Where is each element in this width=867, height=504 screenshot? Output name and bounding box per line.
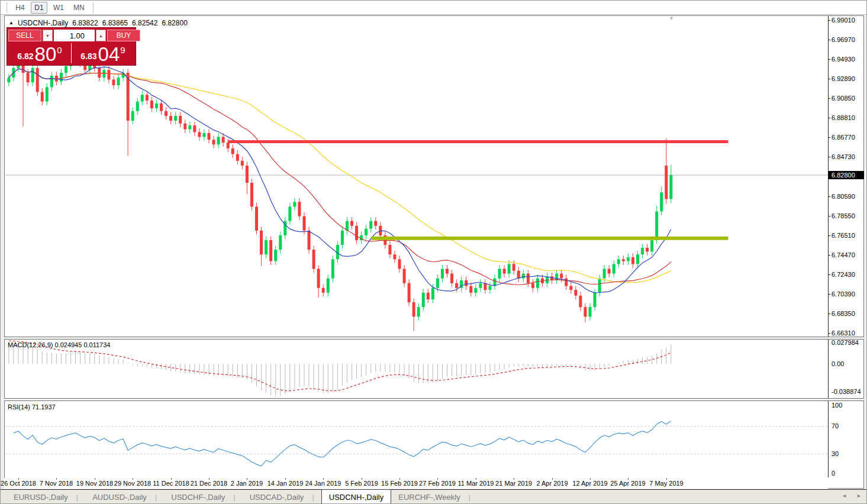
ohlc-close: 6.82800	[162, 19, 187, 27]
sell-button[interactable]: SELL	[8, 30, 41, 41]
main-macd-splitter[interactable]	[4, 337, 864, 340]
timeframe-toolbar: H4 D1 W1 MN	[1, 1, 867, 15]
macd-rsi-splitter[interactable]	[4, 398, 864, 401]
date-axis-label: 21 Mar 2019	[495, 480, 532, 487]
price-axis-label: 6.92890	[831, 75, 855, 82]
price-axis-label: 6.84730	[831, 153, 855, 160]
date-axis-tick	[323, 478, 324, 480]
sell-price-base: 6.82	[17, 51, 33, 61]
tab-label: AUDUSD-,Daily	[92, 493, 147, 502]
timeframe-w1-button[interactable]: W1	[50, 2, 67, 14]
volume-input[interactable]	[54, 30, 95, 41]
mt4-chart-window: { "toolbar": { "timeframes": [ {"label":…	[0, 0, 867, 504]
timeframe-d1-button[interactable]: D1	[31, 2, 47, 14]
date-axis[interactable]: 26 Oct 20187 Nov 201819 Nov 201829 Nov 2…	[4, 478, 828, 489]
date-axis-label: 2 Jan 2019	[231, 480, 263, 487]
macd-axis-max: 0.027984	[831, 339, 859, 346]
price-axis-tick	[828, 216, 830, 217]
date-axis-label: 19 Nov 2018	[76, 480, 113, 487]
symbol-tab-eurchf[interactable]: EURCHF-,Weekly|	[391, 490, 478, 504]
date-axis-label: 26 Oct 2018	[1, 480, 36, 487]
timeframe-h4-button[interactable]: H4	[12, 2, 28, 14]
date-axis-tick	[552, 478, 553, 480]
tab-scroll-left-icon[interactable]: ◄	[842, 493, 847, 499]
tab-separator: |	[312, 493, 314, 502]
price-axis-label: 6.76510	[831, 232, 855, 239]
timeframe-mn-button[interactable]: MN	[70, 2, 88, 14]
tab-separator: |	[469, 493, 470, 502]
date-axis-tick	[171, 478, 172, 480]
price-axis-label: 6.66310	[831, 329, 855, 337]
sell-price-point: 0	[57, 45, 62, 55]
buy-price[interactable]: 6.83 04 9	[72, 42, 134, 64]
chart-canvas[interactable]	[1, 1, 828, 480]
tab-scroll-right-icon[interactable]: ►	[856, 493, 862, 499]
ohlc-low: 6.82542	[132, 19, 157, 27]
date-axis-tick	[285, 478, 286, 480]
tab-label: USDCAD-,Daily	[250, 493, 304, 502]
price-axis-label: 6.86770	[831, 134, 855, 141]
macd-axis-min: -0.038874	[831, 388, 861, 395]
date-axis-tick	[362, 478, 362, 480]
ohlc-open: 6.83822	[72, 19, 98, 27]
date-axis-tick	[56, 478, 57, 480]
date-axis-label: 25 Apr 2019	[610, 480, 645, 487]
tab-separator: |	[155, 493, 157, 502]
date-axis-label: 29 Nov 2018	[114, 480, 151, 487]
price-axis-label: 6.72430	[831, 271, 855, 278]
tab-label: USDCNH-,Daily	[329, 493, 383, 502]
price-axis-tick	[828, 40, 830, 40]
toolbar-divider	[7, 2, 7, 13]
date-axis-label: 15 Feb 2019	[381, 480, 418, 487]
symbol-tab-usdcad[interactable]: USDCAD-,Daily|	[243, 490, 321, 504]
tab-label: EURUSD-,Daily	[14, 493, 68, 502]
price-axis-label: 6.94930	[831, 56, 855, 63]
symbol-tab-usdchf[interactable]: USDCHF-,Daily|	[164, 490, 242, 504]
symbol-tab-eurusd[interactable]: EURUSD-,Daily|	[7, 490, 85, 504]
sell-price[interactable]: 6.82 80 0	[8, 42, 71, 64]
toolbar-divider	[93, 2, 94, 13]
price-axis-label: 6.99010	[831, 17, 855, 24]
rsi-axis-30: 30	[831, 450, 839, 457]
date-axis-label: 11 Mar 2019	[458, 480, 494, 487]
spin-up-icon: ▲	[99, 34, 103, 38]
date-axis-tick	[590, 478, 591, 480]
tab-label: EURCHF-,Weekly	[398, 493, 460, 502]
date-axis-label: 27 Feb 2019	[419, 480, 456, 487]
tab-scroll-controls: ◄ ►	[842, 493, 862, 499]
price-axis-tick	[828, 314, 830, 314]
volume-decrease-button[interactable]: ▼	[43, 30, 53, 41]
buy-price-base: 6.83	[80, 51, 96, 61]
price-axis-label: 6.78550	[831, 212, 855, 219]
price-axis-tick	[828, 118, 830, 118]
chart-shift-marker-icon[interactable]: ▼	[669, 15, 674, 21]
one-click-trading-panel: SELL ▼ ▲ BUY 6.82 80 0 6.83 04 9	[7, 27, 136, 66]
spin-down-icon: ▼	[46, 34, 50, 38]
buy-button[interactable]: BUY	[107, 30, 140, 41]
date-axis-tick	[666, 478, 667, 480]
symbol-tab-usdcnh[interactable]: USDCNH-,Daily	[321, 489, 391, 504]
price-axis-label: 6.88810	[831, 114, 855, 121]
date-axis-tick	[437, 478, 438, 480]
date-axis-label: 14 Jan 2019	[267, 480, 304, 487]
date-axis-label: 11 Dec 2018	[153, 480, 189, 487]
price-axis-tick	[828, 98, 830, 99]
rsi-axis-100: 100	[831, 402, 842, 409]
volume-increase-button[interactable]: ▲	[96, 30, 106, 41]
tab-separator: |	[76, 493, 78, 502]
chart-title: ▲ USDCNH-,Daily 6.83822 6.83865 6.82542 …	[9, 19, 188, 27]
chart-symbol-label: USDCNH-,Daily	[18, 19, 68, 27]
date-axis-label: 12 Apr 2019	[572, 480, 607, 487]
price-axis-label: 6.90850	[831, 95, 855, 102]
macd-label: MACD(12,26,9) 0.024945 0.011734	[8, 341, 110, 348]
macd-axis-zero: 0.00	[831, 360, 844, 367]
price-axis-tick	[828, 294, 830, 295]
price-axis-tick	[828, 235, 830, 236]
price-axis-label: 6.96970	[831, 36, 855, 43]
price-axis-tick	[828, 20, 830, 21]
buy-price-point: 9	[120, 45, 125, 55]
price-axis-tick	[828, 59, 830, 60]
date-axis-tick	[95, 478, 95, 480]
rsi-axis-70: 70	[831, 422, 839, 429]
symbol-tab-audusd[interactable]: AUDUSD-,Daily|	[85, 490, 164, 504]
